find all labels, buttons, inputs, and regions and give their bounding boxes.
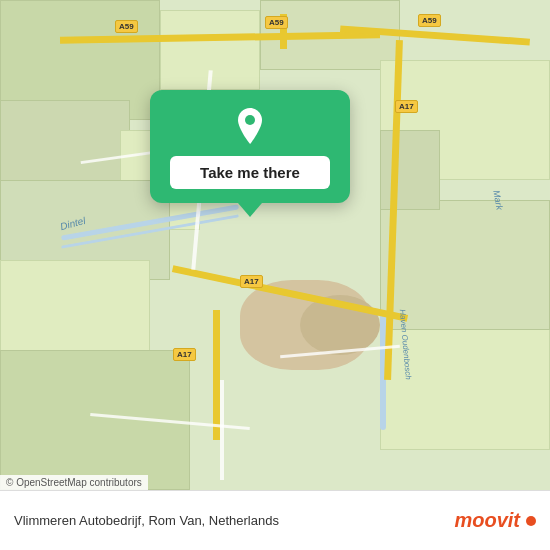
- location-pin-icon: [230, 106, 270, 146]
- map-container: A59 A59 A59 A17 A17 A17 Dintel Mark Have…: [0, 0, 550, 490]
- a17-label-2: A17: [240, 275, 263, 288]
- moovit-dot: [526, 516, 536, 526]
- moovit-text: moovit: [454, 509, 520, 532]
- a59-label-2: A59: [265, 16, 288, 29]
- local-road: [220, 380, 224, 480]
- a59-label-1: A59: [115, 20, 138, 33]
- road-a17-lower2: [213, 310, 220, 440]
- a17-label-3: A17: [173, 348, 196, 361]
- a17-label-1: A17: [395, 100, 418, 113]
- bottom-bar: Vlimmeren Autobedrijf, Rom Van, Netherla…: [0, 490, 550, 550]
- map-field: [380, 130, 440, 210]
- svg-point-0: [245, 115, 255, 125]
- a59-label-3: A59: [418, 14, 441, 27]
- location-title: Vlimmeren Autobedrijf, Rom Van, Netherla…: [14, 513, 279, 528]
- moovit-logo: moovit: [454, 509, 536, 532]
- map-attribution: © OpenStreetMap contributors: [0, 475, 148, 490]
- take-me-there-button[interactable]: Take me there: [170, 156, 330, 189]
- attribution-text: © OpenStreetMap contributors: [6, 477, 142, 488]
- popup-card: Take me there: [150, 90, 350, 203]
